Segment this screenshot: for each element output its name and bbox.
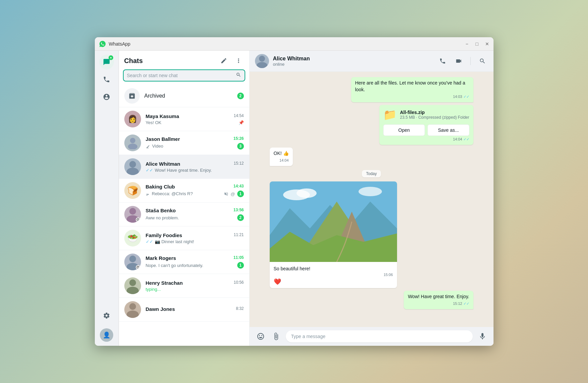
- minimize-button[interactable]: −: [465, 42, 469, 46]
- file-meta: 23.5 MB · Compressed (zipped) Folder: [400, 115, 469, 120]
- chat-header-actions: [437, 55, 488, 67]
- chat-item-stasa[interactable]: ⏱ Staša Benko 13:56 Aww no problem. 2: [119, 203, 249, 226]
- file-actions: Open Save as...: [383, 124, 469, 136]
- svg-point-1: [128, 144, 137, 149]
- chat-name-henry: Henry Strachan: [146, 280, 183, 286]
- search-icon: [236, 72, 241, 79]
- chat-info-dawn: Dawn Jones 8:32: [146, 306, 244, 313]
- chat-list: Archived 2 👩 Maya Kasuma 14:54 Yes! OK 📌: [119, 85, 249, 346]
- nav-status-icon[interactable]: [99, 90, 114, 104]
- voice-call-button[interactable]: [437, 55, 448, 67]
- chat-info-maya: Maya Kasuma 14:54 Yes! OK 📌: [146, 113, 244, 125]
- chat-item-family[interactable]: 🥗 Family Foodies 11:21 ✓✓ 📷 Dinner last …: [119, 226, 249, 250]
- date-divider-label: Today: [362, 170, 381, 177]
- file-zip-icon: 📁: [383, 108, 397, 121]
- message-bubble-1: Here are all the files. Let me know once…: [351, 77, 473, 102]
- chat-preview-family: ✓✓ 📷 Dinner last night!: [146, 239, 244, 244]
- svg-point-0: [130, 138, 135, 143]
- user-avatar[interactable]: 👤: [100, 328, 113, 342]
- chat-info-henry: Henry Strachan 10:56 typing...: [146, 280, 244, 292]
- unread-badge-mark: 1: [237, 262, 244, 269]
- chat-name-maya: Maya Kasuma: [146, 113, 179, 119]
- image-caption: So beautiful here!: [274, 266, 393, 271]
- app-body: ● 👤 Chats: [95, 51, 494, 346]
- chat-info-mark: Mark Rogers 11:05 Nope. I can't go unfor…: [146, 255, 244, 269]
- chat-preview-mark: Nope. I can't go unfortunately.: [146, 263, 237, 268]
- compose-button[interactable]: [218, 55, 229, 66]
- image-bubble: So beautiful here! 15:06 ❤️: [270, 181, 397, 288]
- chat-input-area: [250, 327, 494, 346]
- window-controls: − □ ✕: [465, 42, 489, 46]
- chat-preview-stasa: Aww no problem.: [146, 215, 237, 220]
- message-input[interactable]: [286, 330, 473, 342]
- archived-row[interactable]: Archived 2: [119, 85, 249, 107]
- maximize-button[interactable]: □: [475, 42, 479, 46]
- chat-info-family: Family Foodies 11:21 ✓✓ 📷 Dinner last ni…: [146, 232, 244, 244]
- svg-point-6: [129, 256, 136, 262]
- chat-item-jason[interactable]: Jason Ballmer 15:26 Video 3: [119, 131, 249, 155]
- archived-label: Archived: [144, 93, 165, 99]
- svg-point-9: [127, 287, 139, 294]
- whatsapp-logo-icon: [99, 40, 106, 48]
- left-nav: ● 👤: [95, 51, 119, 346]
- emoji-button[interactable]: [255, 331, 266, 342]
- svg-point-20: [297, 188, 317, 198]
- file-open-button[interactable]: Open: [383, 124, 425, 136]
- chat-preview-baking: Rebecca: @Chris R?: [146, 191, 222, 196]
- mountain-image: [270, 181, 397, 262]
- chat-avatar-dawn: [124, 301, 141, 318]
- svg-point-4: [129, 208, 136, 215]
- chat-time-family: 11:21: [234, 232, 244, 238]
- message-row-3: OK! 👍 14:04: [270, 148, 473, 166]
- svg-point-2: [129, 161, 136, 168]
- search-input-wrap[interactable]: [123, 69, 245, 81]
- sidebar-title: Chats: [124, 57, 143, 65]
- chat-info-stasa: Staša Benko 13:56 Aww no problem. 2: [146, 208, 244, 221]
- attach-button[interactable]: [270, 331, 282, 342]
- chat-avatar-stasa: ⏱: [124, 206, 141, 223]
- chat-time-mark: 11:05: [234, 255, 244, 261]
- svg-point-3: [127, 168, 139, 175]
- chat-time-jason: 15:26: [234, 136, 244, 142]
- chat-header-info: Alice Whitman online: [273, 56, 437, 67]
- menu-button[interactable]: [233, 55, 244, 66]
- header-divider: [470, 57, 471, 65]
- nav-calls-icon[interactable]: [99, 72, 114, 87]
- unread-badge-baking: 1: [237, 190, 244, 197]
- search-chat-button[interactable]: [477, 55, 488, 67]
- close-button[interactable]: ✕: [485, 42, 489, 46]
- file-save-button[interactable]: Save as...: [428, 124, 469, 136]
- chat-item-henry[interactable]: Henry Strachan 10:56 typing...: [119, 274, 249, 298]
- chat-item-baking[interactable]: 🍞 Baking Club 14:43 Rebecca: @Chris R?: [119, 179, 249, 203]
- chat-item-maya[interactable]: 👩 Maya Kasuma 14:54 Yes! OK 📌: [119, 107, 249, 131]
- chat-time-dawn: 8:32: [236, 306, 244, 312]
- message-time-1: 14:03 ✓✓: [355, 94, 469, 99]
- chat-avatar-baking: 🍞: [124, 182, 141, 199]
- chat-avatar-henry: [124, 277, 141, 294]
- message-row-2: 📁 All-files.zip 23.5 MB · Compressed (zi…: [270, 105, 473, 145]
- chat-avatar-maya: 👩: [124, 111, 141, 127]
- pin-icon-maya: 📌: [239, 120, 244, 125]
- titlebar-app-name: WhatsApp: [109, 41, 465, 47]
- titlebar: WhatsApp − □ ✕: [95, 37, 494, 51]
- chat-item-mark[interactable]: ⏱ Mark Rogers 11:05 Nope. I can't go unf…: [119, 250, 249, 274]
- voice-message-button[interactable]: [477, 331, 488, 342]
- chat-item-alice[interactable]: Alice Whitman 15:12 ✓✓ Wow! Have great t…: [119, 155, 249, 179]
- image-time: 15:06: [274, 273, 393, 277]
- file-info: 📁 All-files.zip 23.5 MB · Compressed (zi…: [383, 108, 469, 121]
- chat-info-alice: Alice Whitman 15:12 ✓✓ Wow! Have great t…: [146, 161, 244, 173]
- svg-point-10: [129, 303, 136, 310]
- chat-preview-alice: ✓✓ Wow! Have great time. Enjoy.: [146, 168, 244, 173]
- sidebar: Chats: [119, 51, 250, 346]
- nav-settings-icon[interactable]: [99, 308, 114, 323]
- svg-point-8: [129, 279, 136, 286]
- video-call-button[interactable]: [453, 55, 464, 67]
- search-input[interactable]: [127, 73, 236, 78]
- chat-info-baking: Baking Club 14:43 Rebecca: @Chris R? @: [146, 184, 244, 197]
- search-bar: [119, 69, 249, 85]
- chat-item-dawn[interactable]: Dawn Jones 8:32: [119, 298, 249, 322]
- chat-header-avatar[interactable]: [255, 54, 269, 68]
- nav-chats-icon[interactable]: ●: [99, 55, 114, 69]
- date-divider: Today: [270, 170, 473, 177]
- chat-avatar-alice: [124, 158, 141, 175]
